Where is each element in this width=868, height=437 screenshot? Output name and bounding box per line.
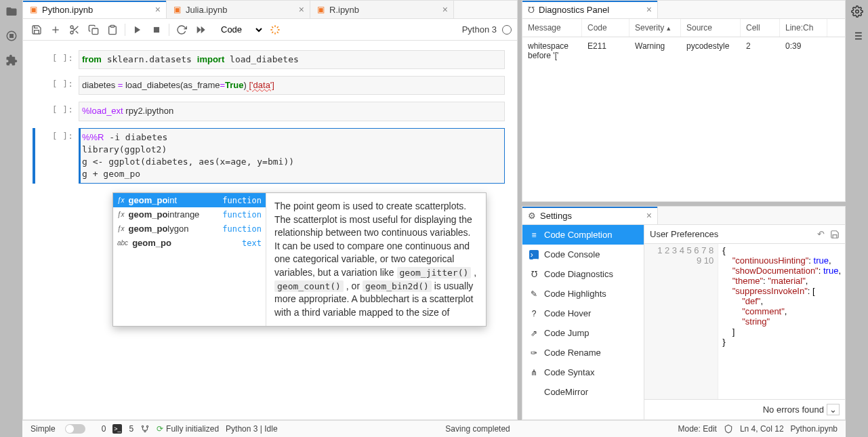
tab-diagnostics[interactable]: ℧ Diagnostics Panel ×: [522, 1, 658, 18]
close-icon[interactable]: ×: [641, 4, 652, 15]
chevron-down-icon[interactable]: ⌄: [827, 404, 840, 415]
extension-icon[interactable]: [5, 54, 18, 66]
doc-code: geom_jitter(): [397, 267, 472, 278]
cell-type-select[interactable]: Code: [215, 22, 264, 37]
save-icon[interactable]: [830, 230, 840, 239]
completion-item[interactable]: ƒx geom_polygon function: [113, 222, 266, 236]
fast-forward-icon[interactable]: [192, 22, 209, 38]
running-icon[interactable]: [5, 30, 18, 42]
settings-json-editor[interactable]: 1 2 3 4 5 6 7 8 9 10 { "continuousHintin…: [644, 244, 845, 399]
tab-r[interactable]: R.ipynb ×: [310, 1, 454, 18]
status-text: Fully initialized: [166, 424, 219, 434]
doc-code: geom_count(): [274, 280, 344, 292]
nav-code-highlights[interactable]: ✎Code Highlights: [522, 284, 644, 304]
copy-icon[interactable]: [85, 22, 102, 38]
completion-doc[interactable]: The point geom is used to create scatter…: [266, 193, 486, 326]
close-icon[interactable]: ×: [150, 4, 161, 15]
col-message[interactable]: Message: [522, 19, 582, 37]
code-cell[interactable]: [ ]: %load_ext rpy2.ipython: [33, 102, 505, 121]
toc-icon[interactable]: [851, 30, 863, 42]
col-source[interactable]: Source: [681, 19, 741, 37]
status-kernel[interactable]: Python 3 | Idle: [226, 424, 278, 434]
completion-list[interactable]: ƒx geom_point function ƒx geom_pointrang…: [113, 193, 266, 326]
table-row[interactable]: whitespace before '[' E211 Warning pycod…: [522, 37, 845, 64]
status-lsp[interactable]: ⟳Fully initialized: [157, 424, 219, 434]
notebook-body[interactable]: [ ]: from sklearn.datasets import load_d…: [23, 41, 517, 419]
nav-code-completion[interactable]: ≡Code Completion: [522, 225, 644, 245]
status-cursor[interactable]: Ln 4, Col 12: [740, 424, 784, 434]
undo-icon[interactable]: ↶: [817, 229, 825, 239]
completion-match: geom_po: [132, 238, 171, 248]
cell-prompt: [ ]:: [38, 76, 79, 95]
code-content[interactable]: %%R -i diabetes library(ggplot2) g <- gg…: [79, 128, 505, 184]
nav-label: Code Hover: [544, 308, 591, 318]
close-icon[interactable]: ×: [437, 4, 448, 15]
simple-toggle[interactable]: [65, 424, 85, 434]
status-saving: Saving completed: [445, 424, 510, 434]
nav-code-rename[interactable]: ✑Code Rename: [522, 343, 644, 362]
settings-nav[interactable]: ≡Code Completion ›_Code Console ℧Code Di…: [522, 225, 644, 419]
code-cell[interactable]: [ ]: diabetes = load_diabetes(as_frame=T…: [33, 76, 505, 95]
col-cell[interactable]: Cell: [741, 19, 780, 37]
tab-label: Julia.ipynb: [186, 5, 227, 15]
terminal-icon[interactable]: >_: [112, 424, 122, 434]
status-mode[interactable]: Mode: Edit: [678, 424, 717, 434]
col-severity[interactable]: Severity▲: [629, 19, 681, 37]
stop-icon[interactable]: [148, 22, 165, 38]
restart-icon[interactable]: [173, 22, 190, 38]
nav-code-syntax[interactable]: ⋔Code Syntax: [522, 362, 644, 382]
completion-rest: lygon: [167, 224, 188, 234]
svg-rect-10: [110, 25, 114, 27]
gear-icon: ⚙: [528, 211, 536, 221]
sliders-icon[interactable]: [851, 5, 863, 18]
nav-codemirror[interactable]: CodeMirror: [522, 382, 644, 402]
line-gutter: 1 2 3 4 5 6 7 8 9 10: [644, 244, 718, 399]
col-linech[interactable]: Line:Ch: [780, 19, 827, 37]
cut-icon[interactable]: [66, 22, 83, 38]
status-count[interactable]: 5: [129, 424, 133, 434]
settings-panel: ⚙ Settings × ≡Code Completion ›_Code Con…: [522, 206, 846, 420]
col-code[interactable]: Code: [582, 19, 629, 37]
tab-settings[interactable]: ⚙ Settings ×: [522, 207, 658, 224]
nav-code-console[interactable]: ›_Code Console: [522, 245, 644, 264]
status-count[interactable]: 0: [102, 424, 106, 434]
nav-label: CodeMirror: [544, 387, 588, 397]
heading-icon[interactable]: [267, 22, 283, 38]
close-icon[interactable]: ×: [641, 210, 652, 221]
nav-code-hover[interactable]: ?Code Hover: [522, 304, 644, 323]
run-icon[interactable]: [129, 22, 146, 38]
close-icon[interactable]: ×: [293, 4, 304, 15]
highlighter-icon: ✎: [529, 289, 539, 299]
doc-text: ,: [471, 267, 476, 278]
nav-code-jump[interactable]: ⇗Code Jump: [522, 323, 644, 343]
paste-icon[interactable]: [104, 22, 121, 38]
doc-code: geom_bin2d(): [363, 280, 432, 292]
add-icon[interactable]: [47, 22, 64, 38]
folder-icon[interactable]: [5, 5, 18, 18]
status-file[interactable]: Python.ipynb: [791, 424, 838, 434]
completion-kind: function: [222, 224, 262, 234]
save-icon[interactable]: [28, 22, 45, 38]
kernel-name[interactable]: Python 3: [462, 24, 497, 35]
kernel-status-icon[interactable]: [502, 25, 512, 35]
function-icon: ƒx: [117, 211, 125, 218]
code-cell-active[interactable]: [ ]: %%R -i diabetes library(ggplot2) g …: [33, 128, 505, 184]
status-simple[interactable]: Simple: [30, 424, 56, 434]
completion-match: geom_po: [129, 209, 168, 220]
code-cell[interactable]: [ ]: from sklearn.datasets import load_d…: [33, 50, 505, 69]
notebook-panel: Python.ipynb × Julia.ipynb × R.ipynb ×: [22, 0, 518, 420]
syntax-icon: ⋔: [529, 368, 539, 377]
settings-footer: No errors found ⌄: [644, 399, 845, 419]
svg-line-8: [73, 28, 75, 30]
nav-code-diagnostics[interactable]: ℧Code Diagnostics: [522, 264, 644, 284]
shield-icon[interactable]: [724, 424, 733, 434]
completion-item[interactable]: ƒx geom_pointrange function: [113, 207, 266, 222]
tab-python[interactable]: Python.ipynb ×: [23, 1, 167, 18]
check-icon: ⟳: [157, 424, 163, 434]
completion-item[interactable]: ƒx geom_point function: [113, 193, 266, 207]
json-code[interactable]: { "continuousHinting": true, "showDocume…: [718, 244, 845, 399]
tab-julia[interactable]: Julia.ipynb ×: [167, 1, 310, 18]
branch-icon[interactable]: [140, 424, 150, 434]
completion-item[interactable]: abc geom_po text: [113, 236, 266, 250]
nav-label: Code Syntax: [544, 367, 594, 377]
